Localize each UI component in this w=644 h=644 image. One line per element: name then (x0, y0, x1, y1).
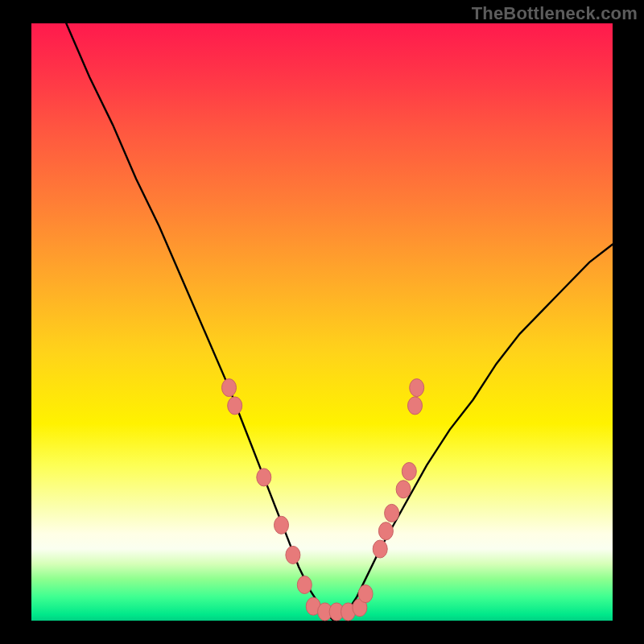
marker-layer (222, 379, 424, 621)
curve-marker (286, 546, 300, 564)
curve-marker (257, 469, 271, 486)
curve-marker (297, 576, 312, 594)
curve-marker (408, 397, 423, 415)
plot-area (31, 23, 613, 621)
curve-marker (385, 504, 399, 522)
outer-frame: TheBottleneck.com (0, 0, 644, 644)
curve-marker (410, 379, 424, 397)
curve-marker (378, 522, 393, 540)
curve-layer (66, 23, 613, 621)
curve-marker (275, 516, 289, 534)
chart-svg (31, 23, 613, 621)
curve-marker (402, 463, 416, 481)
curve-marker (358, 585, 373, 603)
curve-marker (396, 481, 411, 498)
curve-marker (373, 540, 387, 558)
curve-marker (228, 397, 242, 415)
watermark-text: TheBottleneck.com (472, 3, 638, 24)
curve-marker (222, 379, 237, 397)
bottleneck-curve (66, 23, 613, 621)
